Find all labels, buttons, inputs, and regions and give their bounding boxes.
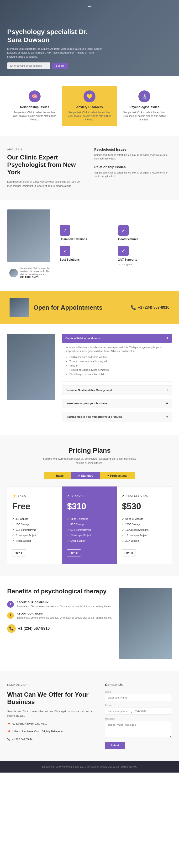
webinar-item-0: Create a Webinar in Minutes + Incedum ve… (62, 334, 172, 381)
name-field[interactable] (105, 694, 172, 701)
footer-bottom-text: Sample text. Click to select the text bo… (7, 765, 172, 769)
pricing-card-professional: ✔ Professional $530 Up to 10 website 20G… (117, 487, 172, 564)
pricing-tabs: ⚡ Basic ✔ Standart ✔ Professional (7, 472, 172, 479)
tab-standart[interactable]: ✔ Standart (71, 472, 100, 479)
bullet-0-3: Purus ut faucibus pulvinar elementum. (70, 368, 168, 372)
webinar-item-3: Practical tips to help you price your pr… (62, 412, 172, 422)
webinar-header-1[interactable]: Business Sustainability Management + (62, 385, 172, 395)
footer-phone-icon: 📞 (7, 738, 10, 741)
benefit-num-1: 2 (7, 612, 14, 619)
plan-name-professional: Professional (127, 495, 148, 497)
benefit-text-0: Sample text. Click to select the text bo… (17, 605, 112, 608)
pricing-title: Pricing Plans (7, 447, 172, 454)
check-unlimited-icon: ✓ (60, 225, 70, 236)
phone-field[interactable] (105, 708, 172, 715)
email-input[interactable] (7, 62, 50, 69)
appointment-phone[interactable]: 📞 +1 (234) 567-8910 (131, 305, 170, 310)
message-field[interactable] (105, 721, 172, 738)
bullet-0-4: Blandit turpis cursus in hac habitasse. (70, 372, 168, 376)
about-right: Psychologist Issues Sample text. Click t… (94, 148, 172, 188)
footer-phone-number: +1 223 344 55 44 (12, 738, 32, 741)
try-professional-button[interactable]: TRY IT (122, 549, 136, 556)
appointment-banner: Open for Appointments 📞 +1 (234) 567-891… (0, 291, 179, 324)
expand-icon-3: + (166, 414, 168, 419)
benefit-num-0: 1 (7, 601, 14, 608)
feature-pro-3: 10 Users per Project (122, 533, 167, 538)
contact-form: Name Phone Message Submit (105, 690, 172, 749)
feature-standart-4: Email Support (67, 538, 112, 544)
supports-count: 2417 Supports (118, 263, 132, 266)
footer-right: Contact Us Name Phone Message Submit (105, 683, 172, 749)
webinar-accordion: Create a Webinar in Minutes + Incedum ve… (62, 334, 172, 425)
about-label: ABOUT US (7, 148, 85, 152)
benefit-content-1: ABOUT OUR WORK Sample text. Click to sel… (17, 612, 112, 620)
benefit-item-0: 1 ABOUT OUR COMPANY Sample text. Click t… (7, 601, 112, 608)
feature-pro-1: 20GB Storage (122, 522, 167, 527)
try-standart-button[interactable]: TRY IT (67, 549, 81, 556)
features-list-standart: Up to 5 websites 5GB Storage 5GB Bandwid… (67, 516, 112, 544)
about-title: Our Clinic Expert Psychologist from New … (7, 154, 85, 176)
price-standart: $310 (67, 501, 112, 512)
footer-address2-text: Millum ulum bevel Coun: Slightly Believe… (12, 729, 63, 734)
feature-pro-0: Up to 10 website (122, 516, 167, 522)
webinar-section: Create a Webinar in Minutes + Incedum ve… (0, 324, 179, 435)
footer-bottom: Sample text. Click to select the text bo… (0, 761, 179, 773)
benefit-item-1: 2 ABOUT OUR WORK Sample text. Click to s… (7, 612, 112, 620)
check-solutions-icon: ✓ (60, 246, 70, 256)
appointment-phone-number: +1 (234) 567-8910 (138, 305, 170, 310)
hero-description: Morbi aliquam ut porttitor leo a diam. A… (7, 47, 103, 59)
card-text-relationship: Sample text. Click to select the text bo… (12, 111, 57, 121)
webinar-header-2[interactable]: Learn how to grow your business + (62, 399, 172, 408)
contact-submit-button[interactable]: Submit (105, 742, 125, 749)
about-right-title1: Psychologist Issues (94, 148, 172, 151)
phone-label: Phone (105, 704, 172, 707)
profile-card: Sample text. Click to select the text bo… (7, 265, 55, 281)
card-text-psychologist: Sample text. Click to select the text bo… (122, 111, 167, 121)
footer-help-label: Help Us 24/7 (7, 683, 96, 687)
plan-name-standart: Standart (72, 495, 86, 497)
benefits-right (119, 588, 172, 659)
plan-icon-basic: ⚡ (12, 494, 17, 498)
feature-standart-0: Up to 5 websites (67, 516, 112, 522)
tab-professional[interactable]: ✔ Professional (100, 472, 135, 479)
card-title-psychologist: Psychologist Issues (122, 105, 167, 109)
price-professional: $530 (122, 501, 167, 512)
hamburger-menu[interactable]: ☰ (87, 4, 92, 9)
address-icon: 📍 (7, 722, 11, 727)
card-anxiety: 💛 Anxiety Disorders Sample text. Click t… (62, 86, 117, 126)
card-title-anxiety: Anxiety Disorders (67, 105, 112, 109)
appointment-title: Open for Appointments (33, 304, 102, 311)
benefit-text-1: Sample text. Click to select the text bo… (17, 616, 112, 620)
hero-section: ☰ Psychology specialist Dr. Sara Dowson … (0, 0, 179, 76)
feature-solutions-label: Best Solutions (60, 258, 80, 261)
benefits-phone-number: +1 (234) 567-8910 (18, 626, 50, 631)
feature-basic-2: 1GB Bandwidth/mo (12, 527, 57, 533)
tab-basic[interactable]: ⚡ Basic (44, 472, 71, 479)
benefits-image (119, 588, 172, 659)
plan-label-standart: ✔ Standart (67, 494, 112, 498)
feature-basic-3: 2 Users per Project (12, 533, 57, 538)
profile-text: Sample text. Click to select the text bo… (20, 267, 53, 276)
pricing-section: Pricing Plans Sample text. Lorem ipsum d… (0, 435, 179, 576)
phone-icon: 📞 (131, 305, 136, 310)
profile-info: Sample text. Click to select the text bo… (20, 267, 53, 279)
feature-good: ✓ Good Features (118, 225, 172, 241)
webinar-header-0[interactable]: Create a Webinar in Minutes + (62, 334, 172, 343)
check-good-icon: ✓ (118, 225, 129, 236)
webinar-title-2: Learn how to grow your business (66, 402, 107, 405)
try-basic-button[interactable]: TRY IT (12, 549, 26, 556)
feature-unlimited: ✓ Unlimited Revisions (60, 225, 113, 241)
feature-basic-1: 1GB Storage (12, 522, 57, 527)
feature-solutions: ✓ Best Solutions (60, 246, 113, 266)
appointment-text: Open for Appointments (33, 304, 102, 311)
hero-submit-button[interactable]: Submit (52, 63, 68, 69)
plan-icon-standart: ✔ (67, 494, 70, 498)
services-cards: 🧠 Relationship Issues Sample text. Click… (0, 76, 179, 136)
about-right-text2: Sample text. Click to select the text bo… (94, 171, 172, 178)
feature-standart-1: 5GB Storage (67, 522, 112, 527)
feature-unlimited-label: Unlimited Revisions (60, 238, 87, 241)
plan-label-professional: ✔ Professional (122, 494, 167, 498)
webinar-header-3[interactable]: Practical tips to help you price your pr… (62, 412, 172, 422)
benefits-phone[interactable]: 📞 +1 (234) 567-8910 (7, 624, 112, 633)
pricing-subtitle: Sample text. Lorem ipsum dolor sit, cons… (42, 457, 137, 465)
